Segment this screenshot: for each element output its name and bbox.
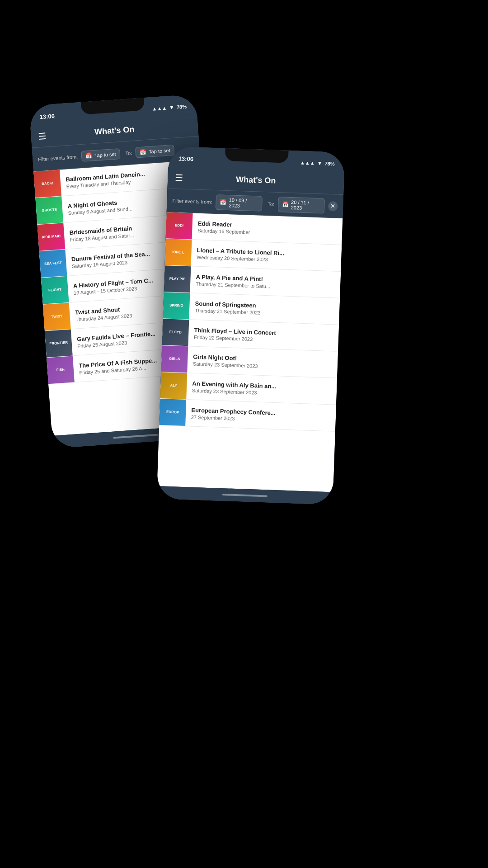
event-thumbnail: FLIGHT	[41, 276, 69, 304]
event-thumbnail: FRONTIER	[45, 330, 73, 358]
filter-to-btn-2[interactable]: 📅 20 / 11 / 2023	[277, 196, 324, 213]
event-thumbnail: RIDE MAID	[37, 223, 65, 251]
hamburger-menu-2[interactable]: ☰	[175, 172, 183, 183]
time-1: 13:06	[39, 112, 55, 120]
filter-to-value-1: Tap to set	[149, 147, 170, 154]
filter-to-value-2: 20 / 11 / 2023	[291, 199, 321, 211]
signal-icon-1: ▲▲▲	[152, 105, 167, 112]
event-info: Think Floyd – Live in Concert Friday 22 …	[188, 322, 339, 349]
filter-from-label-1: Filter events from:	[38, 154, 78, 162]
calendar-from-icon-2: 📅	[220, 199, 226, 206]
filter-to-label-1: To:	[125, 150, 132, 156]
event-thumbnail: EDDI	[166, 212, 193, 239]
hamburger-menu-1[interactable]: ☰	[38, 130, 47, 142]
event-thumbnail: IONE L	[165, 239, 192, 266]
filter-from-value-1: Tap to set	[94, 151, 116, 158]
calendar-to-icon-2: 📅	[282, 201, 289, 208]
wifi-icon-2: ▼	[317, 160, 322, 166]
calendar-from-icon-1: 📅	[85, 152, 93, 159]
calendar-to-icon-1: 📅	[140, 148, 147, 155]
event-thumbnail: ALY	[160, 372, 187, 399]
event-thumbnail: TWIST	[43, 303, 71, 331]
page-title-2: What's On	[236, 175, 276, 186]
signal-icon-2: ▲▲▲	[300, 160, 315, 166]
event-thumbnail: SEA FEST	[39, 250, 67, 278]
phone-2: 13:06 ▲▲▲ ▼ 78% ☰ What's On Filter event…	[157, 146, 345, 505]
filter-from-btn-1[interactable]: 📅 Tap to set	[81, 148, 120, 162]
event-info: Sound of Springsteen Thursday 21 Septemb…	[189, 295, 340, 323]
event-info: Girls Night Oot! Saturday 23 September 2…	[187, 349, 338, 376]
filter-to-btn-1[interactable]: 📅 Tap to set	[135, 144, 174, 158]
filter-to-label-2: To:	[267, 201, 274, 207]
battery-1: 78%	[177, 104, 187, 110]
event-thumbnail: PLAY PIE	[164, 265, 191, 292]
event-info: European Prophecy Confere... 27 Septembe…	[185, 402, 336, 429]
event-thumbnail: BACK!	[33, 170, 61, 198]
event-item[interactable]: EUROP European Prophecy Confere... 27 Se…	[159, 399, 336, 432]
event-list-2: EDDI Eddi Reader Saturday 16 September I…	[157, 212, 343, 492]
event-info: Lionel – A Tribute to Lionel Ri... Wedne…	[191, 242, 342, 269]
event-thumbnail: FLOYD	[162, 319, 189, 346]
event-thumbnail: FISH	[47, 356, 75, 384]
filter-from-value-2: 10 / 09 / 2023	[229, 197, 258, 209]
filter-from-label-2: Filter events from:	[172, 198, 212, 204]
event-thumbnail: SPRING	[163, 292, 190, 319]
page-title-1: What's On	[94, 125, 135, 137]
event-thumbnail: GIRLS	[161, 345, 188, 373]
wifi-icon-1: ▼	[169, 104, 175, 111]
clear-filter-button-2[interactable]: ✕	[328, 201, 338, 211]
time-2: 13:06	[178, 155, 194, 162]
event-info: An Evening with Aly Bain an... Saturday …	[186, 375, 337, 403]
battery-2: 78%	[324, 160, 334, 166]
event-thumbnail: GHOSTS	[35, 196, 63, 224]
event-info: Eddi Reader Saturday 16 September	[192, 215, 343, 243]
filter-from-btn-2[interactable]: 📅 10 / 09 / 2023	[216, 194, 263, 212]
event-thumbnail: EUROP	[159, 399, 186, 426]
event-info: A Play, A Pie and A Pint! Thursday 21 Se…	[190, 269, 341, 296]
